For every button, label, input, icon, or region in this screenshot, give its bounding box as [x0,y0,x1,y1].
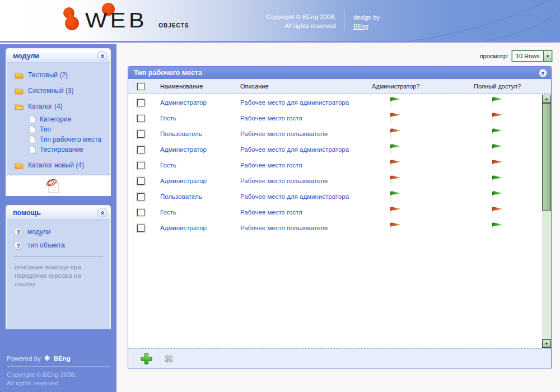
column-header-admin[interactable]: Администратор? [372,83,419,90]
banner-copyright-line1: Copyright © BEng 2008, [213,12,336,21]
red-flag-icon [388,128,402,140]
grid-titlebar: Тип рабочего места [128,67,551,79]
column-header-full-access[interactable]: Полный доступ? [474,83,521,90]
row-name-link[interactable]: Администратор [160,178,207,184]
row-checkbox[interactable] [137,99,144,106]
table-row: Администратор Рабочее место пользователя [128,173,542,189]
x-icon [162,352,175,365]
green-flag-icon [489,128,503,140]
sidebar-tree-item[interactable]: Тестирование [7,144,110,155]
select-all-checkbox[interactable] [137,83,144,90]
admin-flag-cell [388,128,402,141]
workplace-type-panel: Тип рабочего места Наименование ↑ Описан… [128,66,552,368]
row-checkbox[interactable] [137,178,144,185]
svg-text:?: ? [16,242,20,249]
plus-icon [140,352,153,365]
full-access-flag-cell [489,190,504,203]
row-description-link[interactable]: Рабочее место для администратора [240,193,349,200]
scrollbar-down-button[interactable]: ▼ [542,339,551,348]
tree-item-label: Тип рабочего места [40,136,101,143]
row-name-link[interactable]: Гость [160,162,176,169]
row-checkbox[interactable] [137,225,144,232]
row-name-link[interactable]: Гость [160,115,176,122]
table-body: Администратор Рабочее место для админист… [128,95,542,348]
column-header-description[interactable]: Описание [240,83,269,90]
row-checkbox[interactable] [137,193,144,200]
svg-text:?: ? [16,228,20,235]
sidebar-tree-item[interactable]: Каталог новый (4) [7,157,110,173]
row-description-link[interactable]: Рабочее место для администратора [240,146,349,153]
full-access-flag-cell [489,128,504,141]
row-description-link[interactable]: Рабочее место пользователя [240,225,328,231]
row-description-link[interactable]: Рабочее место для администратора [240,99,349,106]
admin-flag-cell [388,143,402,156]
chevron-double-up-icon [100,210,105,216]
vertical-scrollbar[interactable]: ▲ ▼ [542,95,551,348]
row-checkbox[interactable] [137,162,144,169]
sidebar-tree-item[interactable]: Тип [7,124,110,134]
modules-collapse-button[interactable] [97,51,107,60]
row-checkbox[interactable] [137,209,144,216]
row-checkbox[interactable] [137,146,144,153]
help-items: ? модули ? тип объекта [7,225,110,252]
help-panel: помощь ? модули ? тип объекта описание п… [6,205,111,329]
sidebar-copyright: Copyright © BEng 2008, All rights reserv… [7,371,110,388]
row-name-link[interactable]: Пользователь [160,193,202,200]
tree-item-label: Тестирование [40,146,83,153]
top-banner: WEB OBJECTS Copyright © BEng 2008, All r… [0,0,560,43]
row-description-link[interactable]: Рабочее место гостя [240,209,302,216]
document-icon [29,125,36,133]
sidebar-tree-item[interactable]: Тип рабочего места [7,134,110,144]
sort-ascending-icon[interactable]: ↑ [189,82,193,90]
full-access-flag-cell [489,96,504,109]
select-dropdown-arrow-icon[interactable]: ▼ [543,51,552,61]
rows-per-page-select[interactable]: 10 Rows ▼ [512,50,552,62]
table-row: Администратор Рабочее место пользователя [128,220,542,236]
design-by-link[interactable]: BEng [353,23,368,30]
full-access-flag-cell [489,159,504,172]
rows-per-page-value: 10 Rows [512,51,543,61]
question-mark-icon: ? [13,241,23,250]
tree-item-label: Тестовый (2) [28,71,68,79]
row-name-link[interactable]: Администратор [160,225,207,231]
folder-icon [15,162,24,169]
grid-collapse-button[interactable] [539,69,547,77]
tree-item-label: Системный (3) [28,87,74,95]
delete-row-button[interactable] [162,352,175,365]
full-access-flag-cell [489,175,504,188]
add-row-button[interactable] [140,352,153,365]
help-item[interactable]: ? тип объекта [7,239,110,252]
row-description-link[interactable]: Рабочее место пользователя [240,130,328,137]
row-description-link[interactable]: Рабочее место гостя [240,162,302,169]
row-name-link[interactable]: Гость [160,209,176,216]
modules-panel: модули Тестовый (2) [6,48,111,175]
sidebar-footer: Powered by ✱ BEng Copyright © BEng 2008,… [7,354,110,388]
tree-item-label: Категория [40,115,71,123]
green-flag-icon [489,222,503,234]
view-rows-label: просмотр: [476,53,508,59]
row-checkbox[interactable] [137,130,144,138]
row-name-link[interactable]: Администратор [160,146,207,153]
folder-icon [15,87,24,95]
help-collapse-button[interactable] [97,208,107,217]
row-name-link[interactable]: Администратор [160,99,207,106]
admin-flag-cell [388,222,402,235]
scrollbar-up-button[interactable]: ▲ [542,95,551,103]
powered-by-label: Powered by [7,355,41,362]
row-description-link[interactable]: Рабочее место гостя [240,115,302,122]
row-name-link[interactable]: Пользователь [160,130,202,137]
sidebar-tree-item[interactable]: Системный (3) [7,83,110,99]
table-row: Гость Рабочее место гостя [128,204,542,220]
table-row: Гость Рабочее место гостя [128,157,542,173]
row-checkbox[interactable] [137,115,144,122]
sidebar-tree-item[interactable]: Каталог (4) [7,99,110,114]
sidebar-tree-item[interactable]: Тестовый (2) [7,67,110,83]
help-item[interactable]: ? модули [7,225,110,239]
sidebar: модули Тестовый (2) [0,44,116,392]
scrollbar-thumb[interactable] [542,103,551,211]
column-header-name[interactable]: Наименование [160,83,203,90]
help-panel-title: помощь [13,209,41,217]
row-description-link[interactable]: Рабочее место пользователя [240,178,328,184]
attachment-box[interactable] [6,175,111,196]
sidebar-tree-item[interactable]: Категория [7,114,110,124]
